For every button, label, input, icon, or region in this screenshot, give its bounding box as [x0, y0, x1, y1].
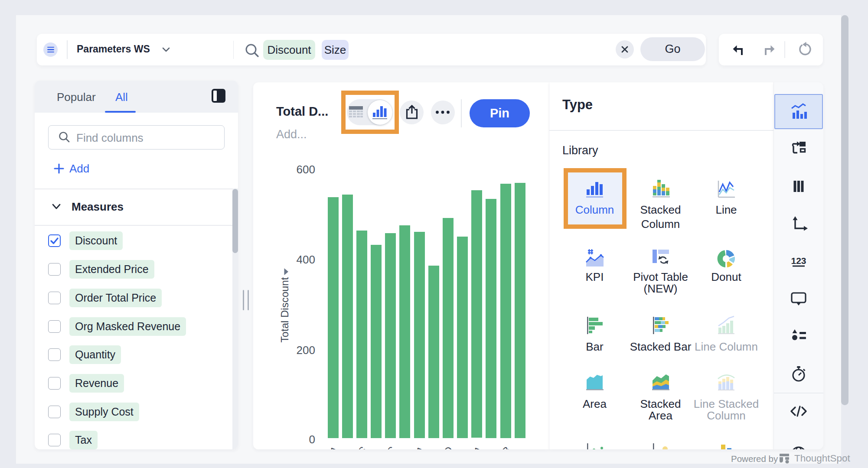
svg-text:123: 123	[791, 256, 806, 266]
